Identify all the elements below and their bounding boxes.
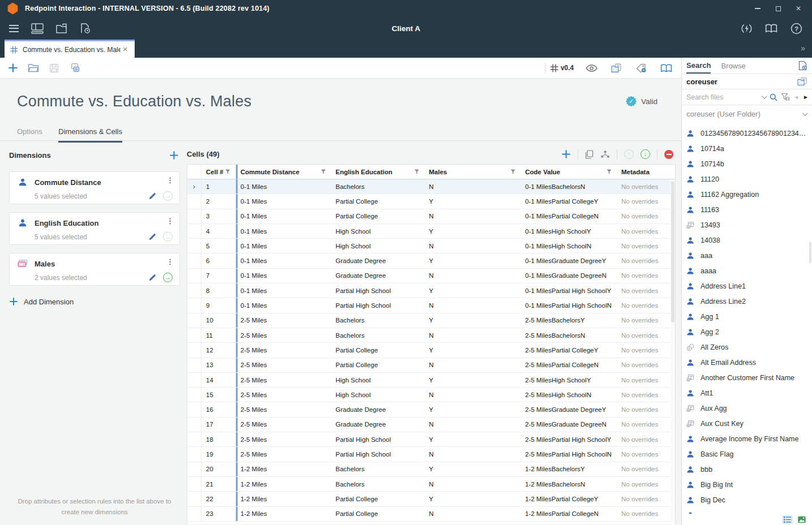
preview-eye-button[interactable] <box>584 61 599 75</box>
kebab-menu-icon[interactable]: ⋮ <box>166 258 174 265</box>
table-row[interactable]: 3 0-1 Miles Partial College N 0-1 MilesP… <box>187 209 675 224</box>
add-dimension-button[interactable]: Add Dimension <box>9 297 180 306</box>
image-view-button[interactable] <box>796 515 807 524</box>
table-row[interactable]: 16 2-5 Miles Graduate Degree Y 2-5 Miles… <box>187 402 675 417</box>
list-item[interactable] <box>682 507 812 514</box>
filter-funnel-icon[interactable] <box>510 169 515 174</box>
table-row[interactable]: 23 1-2 Miles Partial College N 1-2 Miles… <box>187 507 675 522</box>
help-icon[interactable]: ? <box>788 20 804 36</box>
table-row[interactable]: 5 0-1 Miles High School N 0-1 MilesHigh … <box>187 239 675 253</box>
folder-document-icon[interactable] <box>797 77 807 86</box>
documentation-book-icon[interactable] <box>763 20 779 36</box>
dimension-card[interactable]: Males ⋮ 2 values selected → <box>9 253 180 286</box>
dimension-card[interactable]: Commute Distance ⋮ 5 values selected → <box>9 171 180 204</box>
table-row[interactable]: 7 0-1 Miles Graduate Degree N 0-1 MilesG… <box>187 269 675 283</box>
go-arrow-icon[interactable]: → <box>163 232 173 242</box>
column-header-males[interactable]: Males <box>424 165 521 179</box>
table-row[interactable]: 20 1-2 Miles Bachelors Y 1-2 MilesBachel… <box>187 462 675 477</box>
go-arrow-icon[interactable]: → <box>163 191 173 201</box>
vertical-scrollbar[interactable] <box>671 180 675 522</box>
generate-combinations-button[interactable] <box>600 150 610 158</box>
list-item[interactable]: 012345678901234567890123456789012345 <box>682 126 812 141</box>
table-row[interactable]: 19 2-5 Miles Partial High School N 2-5 M… <box>187 447 675 462</box>
minimize-button[interactable] <box>750 2 766 15</box>
save-button[interactable] <box>46 61 61 75</box>
filter-funnel-icon[interactable] <box>321 169 326 174</box>
kebab-menu-icon[interactable]: ⋮ <box>166 177 174 184</box>
duplicate-button[interactable] <box>67 61 81 75</box>
tab-search[interactable]: Search <box>686 58 711 74</box>
add-dimension-plus-button[interactable] <box>169 150 179 160</box>
list-item[interactable]: Another Customer First Name <box>682 370 812 385</box>
list-view-button[interactable] <box>782 515 793 524</box>
list-item[interactable]: Address Line1 <box>682 278 812 294</box>
library-book-button[interactable] <box>659 61 673 75</box>
list-item[interactable]: Agg 2 <box>682 324 812 339</box>
next-result-button[interactable]: ► <box>803 94 809 100</box>
list-item[interactable]: 11163 <box>682 202 812 217</box>
table-row[interactable]: 17 2-5 Miles Graduate Degree N 2-5 Miles… <box>187 418 675 432</box>
table-row[interactable]: 12 2-5 Miles Partial College Y 2-5 Miles… <box>187 343 675 358</box>
table-row[interactable]: 21 1-2 Miles Bachelors N 1-2 MilesBachel… <box>187 477 675 492</box>
file-history-icon[interactable] <box>77 20 93 36</box>
folder-document-button[interactable] <box>609 61 624 75</box>
list-item[interactable]: 11120 <box>682 171 812 187</box>
list-item[interactable]: 10714b <box>682 156 812 171</box>
table-row[interactable]: 15 2-5 Miles High School N 2-5 MilesHigh… <box>187 388 675 402</box>
list-item[interactable]: Aux Cust Key <box>682 416 812 431</box>
move-down-button[interactable]: ↓ <box>641 149 650 159</box>
list-item[interactable]: Big Big Int <box>682 477 812 492</box>
layout-panels-icon[interactable] <box>29 20 45 36</box>
kebab-menu-icon[interactable]: ⋮ <box>166 217 174 225</box>
row-expander-icon[interactable]: › <box>193 182 195 191</box>
tab-browse[interactable]: Browse <box>721 58 745 74</box>
list-item[interactable]: Average Income By First Name <box>682 431 812 446</box>
tab-dimensions-cells[interactable]: Dimensions & Cells <box>58 127 122 143</box>
table-row[interactable]: 13 2-5 Miles Partial College N 2-5 Miles… <box>187 358 675 373</box>
table-row[interactable]: 11 2-5 Miles Bachelors N 2-5 MilesBachel… <box>187 328 675 343</box>
list-item[interactable]: Aux Agg <box>682 401 812 416</box>
table-row[interactable]: 6 0-1 Miles Graduate Degree Y 0-1 MilesG… <box>187 253 675 268</box>
list-item[interactable]: aaaa <box>682 263 812 278</box>
edit-pencil-icon[interactable] <box>148 273 157 282</box>
search-button[interactable] <box>770 93 777 101</box>
filter-results-button[interactable] <box>781 93 789 101</box>
remove-cell-button[interactable] <box>664 150 673 159</box>
column-header-code-value[interactable]: Code Value <box>521 165 617 179</box>
table-row[interactable]: 18 2-5 Miles Partial High School Y 2-5 M… <box>187 432 675 447</box>
list-item[interactable]: All Zeros <box>682 339 812 355</box>
list-item[interactable]: bbb <box>682 462 812 477</box>
column-header-commute-distance[interactable]: Commute Distance <box>236 165 331 179</box>
list-item[interactable]: Alt Email Address <box>682 355 812 370</box>
tag-button[interactable] <box>634 61 648 75</box>
list-item[interactable]: aaa <box>682 248 812 263</box>
list-item[interactable]: Basic Flag <box>682 446 812 462</box>
folder-group-header[interactable]: coreuser (User Folder) <box>682 105 812 123</box>
filter-funnel-icon[interactable] <box>225 169 230 174</box>
maximize-button[interactable] <box>770 2 786 15</box>
chevron-down-icon[interactable] <box>762 93 767 99</box>
add-cell-button[interactable] <box>561 149 571 159</box>
previous-result-button[interactable]: ◄ <box>793 94 799 100</box>
table-row[interactable]: 2 0-1 Miles Partial College Y 0-1 MilesP… <box>187 194 675 209</box>
table-row[interactable]: 14 2-5 Miles High School Y 2-5 MilesHigh… <box>187 373 675 388</box>
table-row[interactable]: 4 0-1 Miles High School Y 0-1 MilesHigh … <box>187 224 675 239</box>
tab-commute-vs-education-vs-males[interactable]: Commute vs. Education vs. Males ✕ <box>5 40 135 58</box>
list-item[interactable]: 11162 Aggregation <box>682 187 812 202</box>
new-file-button[interactable] <box>798 61 807 71</box>
new-button[interactable] <box>6 61 20 75</box>
column-header-metadata[interactable]: Metadata <box>617 165 675 179</box>
list-item[interactable]: Big Dec <box>682 492 812 507</box>
tab-overflow-chevron-icon[interactable]: » <box>801 44 805 53</box>
column-header-cell-number[interactable]: Cell # <box>201 165 236 179</box>
filter-funnel-icon[interactable] <box>607 169 612 174</box>
tab-options[interactable]: Options <box>17 127 42 141</box>
dimension-card[interactable]: English Education ⋮ 5 values selected → <box>9 212 180 245</box>
filter-funnel-icon[interactable] <box>414 169 419 174</box>
menu-hamburger-icon[interactable] <box>6 20 22 36</box>
go-arrow-icon[interactable]: → <box>163 273 173 282</box>
close-button[interactable]: ✕ <box>790 2 806 15</box>
collapse-chevron-icon[interactable] <box>802 110 808 116</box>
list-item[interactable]: Agg 1 <box>682 309 812 324</box>
open-button[interactable] <box>26 61 41 75</box>
